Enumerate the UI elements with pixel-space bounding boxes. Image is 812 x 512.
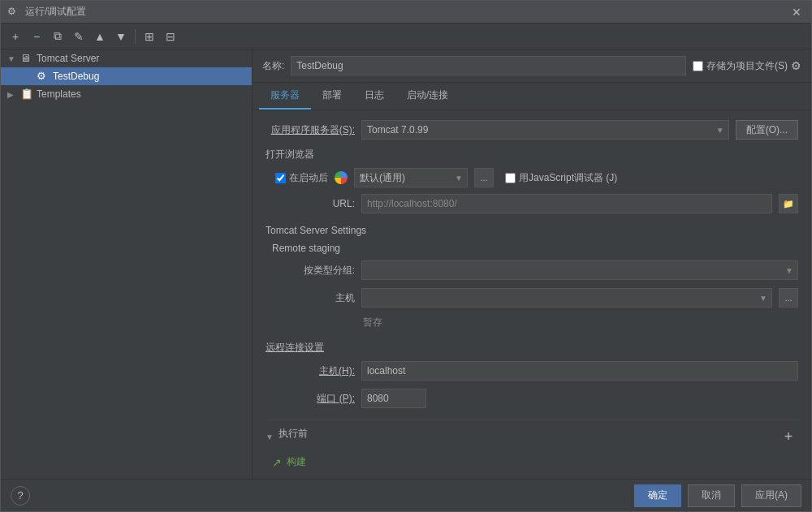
tree-item-tomcat[interactable]: ▼ 🖥 Tomcat Server (1, 49, 252, 67)
name-input[interactable] (291, 56, 686, 75)
port-row: 端口 (P): (266, 389, 798, 408)
browser-row: 在启动后 默认(通用) ▼ ... 用JavaScript调试器 ( (266, 168, 798, 187)
tomcat-settings-label: Tomcat Server Settings (266, 225, 798, 236)
name-label: 名称: (262, 59, 284, 73)
browser-select-wrapper: 默认(通用) ▼ (354, 168, 468, 187)
tree-item-testdebug[interactable]: ⚙ TestDebug (1, 67, 252, 85)
config-button[interactable]: 配置(O)... (736, 120, 798, 140)
move-down-button[interactable]: ▼ (111, 27, 131, 46)
tab-bar: 服务器 部署 日志 启动/连接 (253, 83, 811, 110)
remote-conn-label: 远程连接设置 (266, 341, 798, 355)
help-button[interactable]: ? (11, 486, 30, 506)
by-type-row: 按类型分组: ▼ (266, 260, 798, 280)
build-icon: ↗ (272, 456, 282, 469)
js-debug-checkbox[interactable] (505, 173, 516, 183)
dialog-title: 运行/调试配置 (25, 5, 86, 19)
open-browser-title: 打开浏览器 (266, 148, 798, 161)
tomcat-icon: 🖥 (20, 52, 33, 65)
build-label: 构建 (287, 455, 306, 469)
run-debug-config-dialog: ⚙ 运行/调试配置 ✕ + − ⧉ ✎ ▲ ▼ ⊞ ⊟ ▼ 🖥 Tomcat S… (0, 0, 812, 512)
name-row: 名称: 存储为项目文件(S) ⚙ (253, 49, 811, 83)
browser-more-button[interactable]: ... (474, 168, 494, 187)
add-button[interactable]: + (6, 27, 25, 46)
tomcat-arrow: ▼ (7, 54, 17, 63)
save-settings-icon: ⚙ (791, 59, 801, 72)
app-server-select-wrapper: Tomcat 7.0.99 ▼ (361, 120, 729, 140)
group-button[interactable]: ⊟ (161, 27, 180, 46)
templates-icon: 📋 (20, 88, 33, 101)
tab-startup[interactable]: 启动/连接 (395, 83, 460, 110)
host-more-button[interactable]: ... (779, 288, 798, 308)
remote-host-label: 主机(H): (266, 364, 355, 378)
tab-server[interactable]: 服务器 (259, 83, 311, 110)
browser-icon (335, 171, 348, 184)
content-area: 应用程序服务器(S): Tomcat 7.0.99 ▼ 配置(O)... 打开浏… (253, 110, 811, 479)
tomcat-settings-section: Tomcat Server Settings Remote staging 按类… (266, 225, 798, 329)
copy-button[interactable]: ⧉ (48, 27, 67, 46)
before-exec-section: ▼ 执行前 + ↗ 构建 (266, 419, 798, 472)
open-browser-section: 打开浏览器 在启动后 默认(通用) ▼ .. (266, 148, 798, 213)
action-buttons: 确定 取消 应用(A) (634, 484, 801, 507)
save-project-label: 存储为项目文件(S) (706, 59, 788, 73)
save-project-checkbox[interactable] (693, 61, 703, 71)
title-bar: ⚙ 运行/调试配置 ✕ (1, 1, 811, 24)
cancel-button[interactable]: 取消 (688, 484, 735, 507)
before-exec-label: 执行前 (279, 427, 308, 441)
tree-item-templates[interactable]: ▶ 📋 Templates (1, 85, 252, 103)
app-server-label: 应用程序服务器(S): (266, 123, 355, 137)
js-debug-label: 用JavaScript调试器 (J) (505, 171, 617, 185)
remote-staging: Remote staging (266, 243, 798, 254)
by-type-select-wrapper: ▼ (361, 260, 798, 280)
edit-button[interactable]: ✎ (69, 27, 89, 46)
sort-button[interactable]: ⊞ (140, 27, 159, 46)
after-start-label: 在启动后 (275, 171, 328, 185)
temp-label: 暂存 (363, 316, 798, 329)
tab-deploy[interactable]: 部署 (311, 83, 353, 110)
testdebug-icon: ⚙ (37, 70, 50, 83)
host-label: 主机 (266, 291, 355, 305)
remote-staging-label: Remote staging (272, 243, 340, 254)
port-label: 端口 (P): (266, 392, 355, 406)
tomcat-label: Tomcat Server (37, 53, 99, 64)
remote-host-input[interactable] (361, 361, 798, 381)
ok-button[interactable]: 确定 (634, 484, 681, 507)
before-exec-arrow[interactable]: ▼ (266, 432, 274, 441)
app-server-select[interactable]: Tomcat 7.0.99 (361, 120, 729, 140)
remote-conn-section: 远程连接设置 主机(H): 端口 (P): (266, 341, 798, 408)
host-select-wrapper: ▼ (361, 288, 772, 308)
remote-host-row: 主机(H): (266, 361, 798, 381)
testdebug-label: TestDebug (53, 71, 99, 82)
js-debug-text: 用JavaScript调试器 (J) (519, 171, 617, 185)
after-start-text: 在启动后 (289, 171, 328, 185)
port-input[interactable] (361, 389, 426, 408)
by-type-label: 按类型分组: (266, 264, 355, 278)
url-input[interactable] (361, 194, 772, 213)
move-up-button[interactable]: ▲ (90, 27, 110, 46)
folder-button[interactable]: 📁 (779, 194, 798, 213)
host-row: 主机 ▼ ... (266, 288, 798, 308)
bottom-bar: ? 确定 取消 应用(A) (1, 479, 811, 511)
app-server-row: 应用程序服务器(S): Tomcat 7.0.99 ▼ 配置(O)... (266, 120, 798, 140)
templates-arrow: ▶ (7, 90, 17, 99)
remove-button[interactable]: − (27, 27, 46, 46)
browser-select[interactable]: 默认(通用) (354, 168, 468, 187)
add-exec-button[interactable]: + (779, 428, 798, 447)
by-type-select[interactable] (361, 260, 798, 280)
url-label: URL: (266, 198, 355, 209)
toolbar: + − ⧉ ✎ ▲ ▼ ⊞ ⊟ (1, 24, 811, 49)
templates-label: Templates (37, 88, 81, 100)
after-start-checkbox[interactable] (275, 173, 286, 183)
dialog-icon: ⚙ (7, 6, 20, 19)
build-item: ↗ 构建 (266, 452, 798, 472)
main-area: ▼ 🖥 Tomcat Server ⚙ TestDebug ▶ 📋 Templa… (1, 49, 811, 479)
apply-button[interactable]: 应用(A) (741, 484, 801, 507)
close-button[interactable]: ✕ (788, 4, 805, 20)
right-panel: 名称: 存储为项目文件(S) ⚙ 服务器 部署 日志 启动/连接 应用程序 (253, 49, 811, 479)
save-checkbox: 存储为项目文件(S) ⚙ (693, 59, 801, 73)
before-exec-header: ▼ 执行前 + (266, 427, 798, 447)
url-row: URL: 📁 (266, 194, 798, 213)
host-select[interactable] (361, 288, 772, 308)
tab-log[interactable]: 日志 (353, 83, 395, 110)
left-panel: ▼ 🖥 Tomcat Server ⚙ TestDebug ▶ 📋 Templa… (1, 49, 253, 479)
title-bar-left: ⚙ 运行/调试配置 (7, 5, 86, 19)
